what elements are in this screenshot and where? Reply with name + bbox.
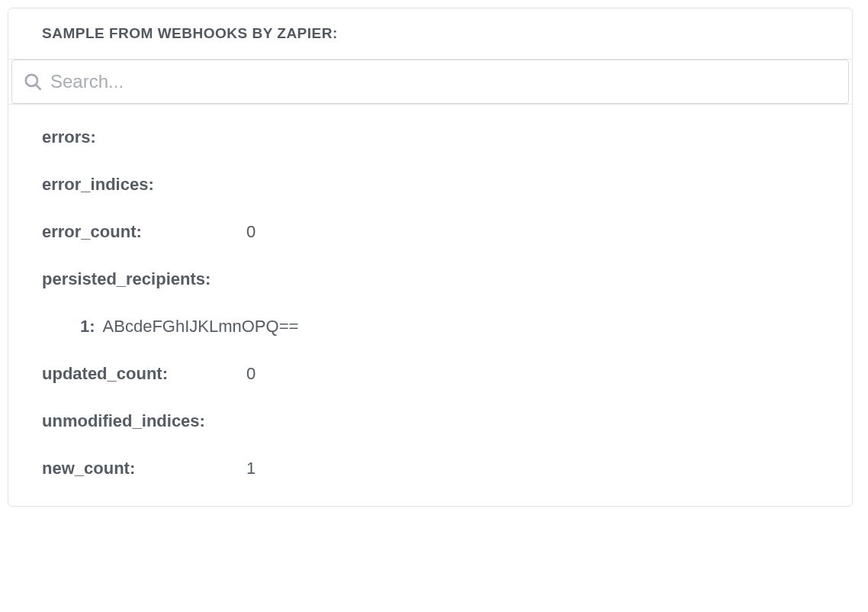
field-persisted-recipients: persisted_recipients: bbox=[42, 269, 818, 289]
field-key: errors: bbox=[42, 127, 246, 147]
field-value: 0 bbox=[246, 364, 256, 384]
field-errors: errors: bbox=[42, 127, 818, 147]
field-value: 0 bbox=[246, 222, 256, 242]
panel-title: SAMPLE FROM WEBHOOKS BY ZAPIER: bbox=[42, 25, 829, 42]
field-unmodified-indices: unmodified_indices: bbox=[42, 411, 818, 431]
field-updated-count: updated_count: 0 bbox=[42, 364, 818, 384]
panel-header: SAMPLE FROM WEBHOOKS BY ZAPIER: bbox=[8, 8, 852, 60]
field-key: error_count: bbox=[42, 222, 246, 242]
sample-panel: SAMPLE FROM WEBHOOKS BY ZAPIER: errors: … bbox=[8, 8, 853, 507]
search-input[interactable] bbox=[50, 71, 837, 92]
field-key: persisted_recipients: bbox=[42, 269, 246, 289]
nested-persisted-recipient-1: 1: ABcdeFGhIJKLmnOPQ== bbox=[80, 317, 818, 337]
field-value: 1 bbox=[246, 459, 256, 478]
search-section bbox=[8, 60, 852, 105]
field-new-count: new_count: 1 bbox=[42, 459, 818, 478]
field-error-count: error_count: 0 bbox=[42, 222, 818, 242]
nested-key: 1: bbox=[80, 317, 95, 337]
search-icon bbox=[23, 72, 43, 92]
field-key: new_count: bbox=[42, 459, 246, 478]
field-key: error_indices: bbox=[42, 175, 246, 195]
field-error-indices: error_indices: bbox=[42, 175, 818, 195]
field-key: unmodified_indices: bbox=[42, 411, 246, 431]
search-box[interactable] bbox=[11, 60, 849, 104]
nested-value: ABcdeFGhIJKLmnOPQ== bbox=[103, 317, 299, 337]
field-key: updated_count: bbox=[42, 364, 246, 384]
sample-fields: errors: error_indices: error_count: 0 pe… bbox=[8, 105, 852, 506]
svg-line-1 bbox=[36, 85, 40, 89]
